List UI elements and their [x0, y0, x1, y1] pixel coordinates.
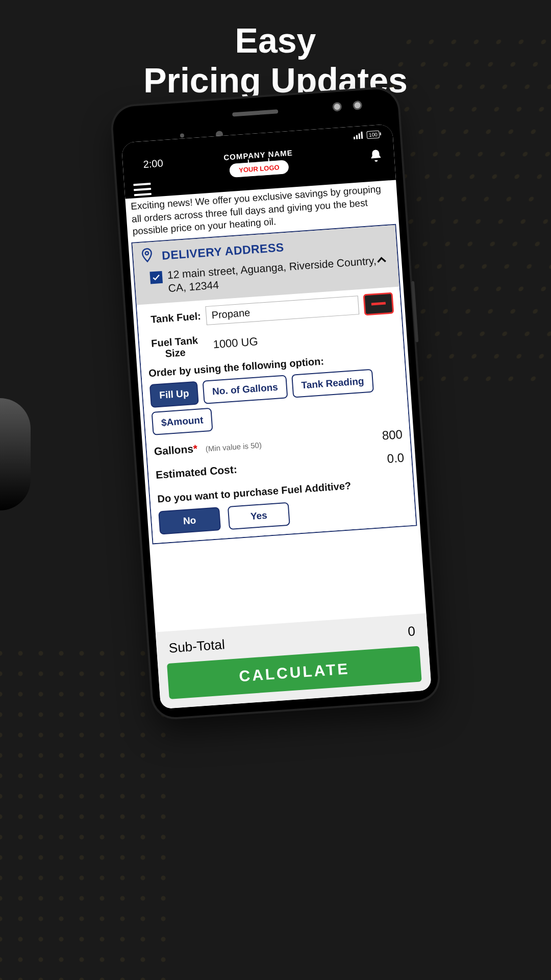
bell-icon	[368, 148, 384, 163]
menu-button[interactable]	[133, 180, 152, 199]
additive-no-button[interactable]: No	[158, 507, 221, 534]
minus-icon	[371, 302, 386, 306]
estimated-cost-value: 0.0	[387, 450, 405, 465]
notifications-button[interactable]	[368, 148, 384, 166]
screen-content: Exciting news! We offer you exclusive sa…	[125, 180, 420, 544]
collapse-toggle[interactable]	[374, 253, 389, 270]
phone-mockup: 100 2:00 COMPANY NAME YOUR LOGO Exciting…	[112, 88, 439, 719]
promo-title: Easy Pricing Updates	[0, 0, 551, 100]
option-tank-reading[interactable]: Tank Reading	[291, 369, 374, 398]
check-icon	[152, 273, 161, 282]
logo-placeholder: YOUR LOGO	[229, 159, 289, 178]
phone-screen: 100 2:00 COMPANY NAME YOUR LOGO Exciting…	[121, 124, 432, 709]
tank-fuel-select[interactable]: Propane	[205, 296, 359, 325]
gallons-label: Gallons	[154, 443, 193, 457]
tank-fuel-label: Tank Fuel:	[144, 310, 201, 326]
gallons-hint: (Min value is 50)	[205, 440, 262, 453]
battery-percent: 100	[369, 131, 378, 137]
remove-tank-button[interactable]	[363, 292, 394, 315]
estimated-cost-label: Estimated Cost:	[155, 463, 237, 481]
camera-lens-icon	[353, 101, 362, 110]
sensor-dot-icon	[180, 133, 185, 138]
speaker-grille	[232, 109, 278, 116]
subtotal-label: Sub-Total	[168, 636, 226, 656]
signal-icon	[354, 132, 363, 139]
phone-frame: 100 2:00 COMPANY NAME YOUR LOGO Exciting…	[112, 88, 439, 719]
card-body: Tank Fuel: Propane Fuel Tank Size 1000 U…	[137, 286, 416, 543]
tank-size-value: 1000 UG	[213, 335, 259, 351]
additive-yes-button[interactable]: Yes	[228, 502, 290, 529]
svg-point-0	[145, 252, 149, 255]
option-gallons[interactable]: No. of Gallons	[203, 375, 288, 404]
screen-footer: Sub-Total 0 CALCULATE	[156, 613, 432, 709]
order-card: DELIVERY ADDRESS 12 main street, Aguanga…	[131, 224, 417, 544]
promo-line-2: Pricing Updates	[0, 60, 551, 100]
location-pin-icon	[139, 247, 155, 266]
battery-icon: 100	[367, 130, 380, 139]
hamburger-icon	[133, 183, 151, 186]
gallons-value[interactable]: 800	[382, 427, 403, 443]
promo-line-1: Easy	[0, 20, 551, 60]
camera-lens-icon	[332, 102, 342, 112]
option-amount[interactable]: $Amount	[152, 407, 213, 435]
address-checkbox[interactable]	[149, 271, 163, 284]
option-fill-up[interactable]: Fill Up	[149, 381, 199, 407]
chevron-up-icon	[374, 253, 389, 267]
background-orb	[0, 398, 31, 510]
tank-size-label: Fuel Tank Size	[146, 334, 204, 360]
subtotal-value: 0	[407, 623, 416, 640]
